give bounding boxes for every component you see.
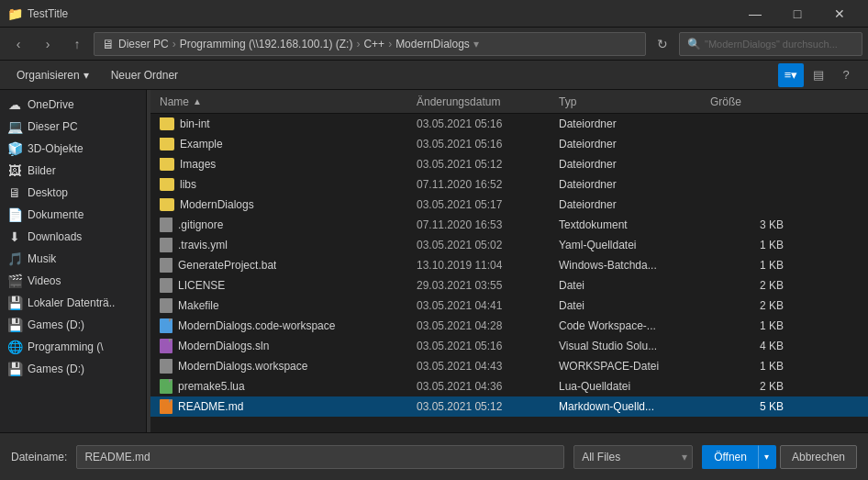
view-list-button[interactable]: ▤: [806, 63, 831, 87]
file-size-cell: 4 KB: [710, 340, 784, 352]
sidebar-label-2: 3D-Objekte: [28, 142, 83, 155]
forward-button[interactable]: ›: [35, 31, 61, 57]
sidebar-label-12: Games (D:): [28, 363, 84, 375]
sidebar-item-3[interactable]: 🖼 Bilder: [0, 160, 146, 182]
organize-button[interactable]: Organisieren ▾: [9, 66, 96, 84]
sidebar-icon-5: 📄: [7, 207, 22, 222]
sidebar-item-2[interactable]: 🧊 3D-Objekte: [0, 138, 146, 160]
file-name-text: README.md: [178, 400, 243, 413]
breadcrumb-cpp: C++: [363, 38, 384, 50]
table-row[interactable]: bin-int 03.05.2021 05:16 Dateiordner: [150, 114, 868, 134]
help-button[interactable]: ?: [833, 63, 859, 87]
organize-label: Organisieren: [17, 69, 80, 82]
view-grid-button[interactable]: ≡▾: [778, 63, 804, 87]
breadcrumb[interactable]: 🖥 Dieser PC › Programming (\\192.168.100…: [94, 32, 646, 56]
table-row[interactable]: LICENSE 29.03.2021 03:55 Datei 2 KB: [150, 275, 868, 296]
filename-label: Dateiname:: [11, 451, 67, 463]
file-date-cell: 29.03.2021 03:55: [417, 279, 559, 292]
filename-input[interactable]: [76, 445, 564, 469]
up-button[interactable]: ↑: [64, 31, 90, 57]
cancel-button[interactable]: Abbrechen: [780, 445, 857, 469]
file-icon: [160, 318, 172, 333]
col-header-type[interactable]: Typ: [559, 95, 710, 108]
sidebar-item-10[interactable]: 💾 Games (D:): [0, 314, 146, 336]
sidebar-icon-3: 🖼: [7, 163, 22, 178]
minimize-button[interactable]: —: [734, 0, 776, 28]
file-name-text: ModernDialogs: [180, 198, 254, 211]
sidebar-item-7[interactable]: 🎵 Musik: [0, 248, 146, 270]
col-header-size[interactable]: Größe: [710, 95, 784, 108]
close-button[interactable]: ✕: [818, 0, 861, 28]
col-header-name[interactable]: Name ▲: [160, 95, 417, 108]
sidebar-icon-6: ⬇: [7, 229, 22, 244]
file-size-cell: 1 KB: [710, 259, 784, 272]
filetype-select[interactable]: All Files Markdown Files Text Files: [573, 445, 693, 469]
file-name-cell: .travis.yml: [160, 238, 417, 252]
table-row[interactable]: ModernDialogs.sln 03.05.2021 05:16 Visua…: [150, 336, 868, 356]
file-date-cell: 03.05.2021 05:12: [417, 400, 559, 413]
file-icon: [160, 238, 172, 252]
back-button[interactable]: ‹: [6, 31, 31, 57]
table-row[interactable]: GenerateProject.bat 13.10.2019 11:04 Win…: [150, 255, 868, 275]
file-name-cell: ModernDialogs.sln: [160, 339, 417, 353]
sidebar-item-11[interactable]: 🌐 Programming (\: [0, 336, 146, 358]
file-icon: [160, 339, 172, 353]
table-row[interactable]: README.md 03.05.2021 05:12 Markdown-Quel…: [150, 396, 868, 417]
table-row[interactable]: Example 03.05.2021 05:16 Dateiordner: [150, 134, 868, 154]
file-name-cell: README.md: [160, 399, 417, 414]
file-type-cell: Visual Studio Solu...: [559, 340, 710, 352]
table-row[interactable]: ModernDialogs.workspace 03.05.2021 04:43…: [150, 356, 868, 376]
sidebar-item-4[interactable]: 🖥 Desktop: [0, 182, 146, 204]
table-row[interactable]: premake5.lua 03.05.2021 04:36 Lua-Quelld…: [150, 376, 868, 396]
sidebar-label-1: Dieser PC: [28, 120, 78, 133]
sidebar-item-9[interactable]: 💾 Lokaler Datenträ..: [0, 292, 146, 314]
file-list-header: Name ▲ Änderungsdatum Typ Größe: [150, 90, 868, 114]
file-name-text: .travis.yml: [178, 239, 228, 251]
file-date-cell: 03.05.2021 05:17: [417, 198, 559, 211]
table-row[interactable]: ModernDialogs.code-workspace 03.05.2021 …: [150, 316, 868, 336]
open-dropdown-button[interactable]: ▾: [758, 445, 776, 469]
sidebar-item-6[interactable]: ⬇ Downloads: [0, 226, 146, 248]
title-bar: 📁 TestTitle — □ ✕: [0, 0, 868, 28]
table-row[interactable]: .travis.yml 03.05.2021 05:02 Yaml-Quelld…: [150, 235, 868, 255]
search-bar[interactable]: 🔍 "ModernDialogs" durchsuch...: [679, 32, 862, 56]
sidebar-label-7: Musik: [28, 252, 56, 265]
file-icon: [160, 399, 172, 414]
sidebar-item-8[interactable]: 🎬 Videos: [0, 270, 146, 292]
sidebar-item-5[interactable]: 📄 Dokumente: [0, 204, 146, 226]
sidebar-item-0[interactable]: ☁ OneDrive: [0, 94, 146, 116]
folder-icon: [160, 158, 174, 171]
open-button[interactable]: Öffnen: [702, 445, 758, 469]
sidebar-label-3: Bilder: [28, 164, 56, 177]
sidebar-icon-1: 💻: [7, 119, 22, 134]
table-row[interactable]: ModernDialogs 03.05.2021 05:17 Dateiordn…: [150, 195, 868, 215]
file-type-cell: Lua-Quelldatei: [559, 380, 710, 393]
table-row[interactable]: libs 07.11.2020 16:52 Dateiordner: [150, 174, 868, 195]
folder-icon: [160, 178, 174, 191]
maximize-button[interactable]: □: [776, 0, 818, 28]
refresh-button[interactable]: ↻: [650, 31, 675, 57]
sidebar-icon-7: 🎵: [7, 251, 22, 266]
new-folder-button[interactable]: Neuer Ordner: [104, 66, 185, 84]
file-name-cell: GenerateProject.bat: [160, 258, 417, 273]
file-name-text: ModernDialogs.workspace: [178, 360, 307, 373]
sidebar-item-12[interactable]: 💾 Games (D:): [0, 358, 146, 380]
breadcrumb-dieser-pc: Dieser PC: [118, 38, 169, 50]
sidebar-item-1[interactable]: 💻 Dieser PC: [0, 116, 146, 138]
file-name-text: premake5.lua: [178, 380, 245, 393]
sidebar-icon-8: 🎬: [7, 273, 22, 288]
file-type-cell: Code Workspace-...: [559, 319, 710, 332]
file-name-text: ModernDialogs.sln: [178, 340, 269, 352]
table-row[interactable]: Images 03.05.2021 05:12 Dateiordner: [150, 154, 868, 174]
title-bar-left: 📁 TestTitle: [7, 6, 68, 21]
sidebar-label-9: Lokaler Datenträ..: [28, 296, 115, 309]
file-size-cell: 2 KB: [710, 299, 784, 312]
file-date-cell: 07.11.2020 16:52: [417, 178, 559, 191]
file-name-cell: Makefile: [160, 298, 417, 313]
sort-arrow: ▲: [193, 96, 202, 106]
col-header-date[interactable]: Änderungsdatum: [417, 95, 559, 108]
sidebar-icon-4: 🖥: [7, 185, 22, 200]
table-row[interactable]: .gitignore 07.11.2020 16:53 Textdokument…: [150, 215, 868, 235]
file-name-cell: ModernDialogs: [160, 198, 417, 211]
table-row[interactable]: Makefile 03.05.2021 04:41 Datei 2 KB: [150, 296, 868, 316]
